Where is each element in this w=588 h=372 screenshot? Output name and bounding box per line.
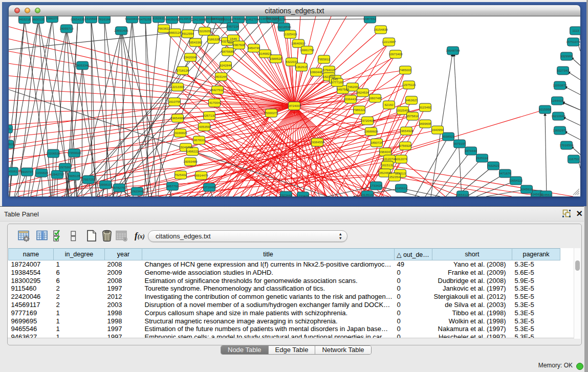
- svg-text:15720407: 15720407: [360, 119, 375, 122]
- svg-text:3624534: 3624534: [357, 91, 369, 94]
- svg-text:2967608: 2967608: [233, 43, 246, 47]
- svg-text:18640910: 18640910: [291, 41, 306, 45]
- svg-text:7986322: 7986322: [353, 108, 366, 112]
- svg-text:8322037: 8322037: [286, 60, 298, 63]
- svg-text:12093872: 12093872: [553, 83, 567, 87]
- svg-text:93103413: 93103413: [125, 17, 139, 20]
- svg-text:8186328: 8186328: [207, 37, 220, 41]
- svg-text:9245612: 9245612: [395, 186, 408, 190]
- svg-text:13716485: 13716485: [202, 185, 216, 189]
- svg-text:12942737: 12942737: [50, 172, 64, 176]
- svg-text:7857224: 7857224: [227, 25, 239, 28]
- svg-text:9245612: 9245612: [520, 187, 533, 191]
- svg-text:19384554: 19384554: [310, 140, 324, 144]
- svg-text:14136141: 14136141: [360, 193, 375, 196]
- svg-text:7485003: 7485003: [399, 68, 412, 72]
- svg-text:12975115: 12975115: [402, 83, 416, 86]
- svg-text:7955812: 7955812: [318, 57, 331, 61]
- svg-text:8938921: 8938921: [442, 135, 455, 138]
- svg-text:9756928: 9756928: [399, 144, 412, 147]
- svg-text:8427512: 8427512: [211, 88, 224, 92]
- svg-text:16210643: 16210643: [551, 114, 565, 118]
- svg-text:2905135: 2905135: [68, 174, 81, 178]
- svg-text:7632621: 7632621: [487, 164, 500, 167]
- svg-text:16033809: 16033809: [210, 17, 225, 20]
- svg-text:7625402: 7625402: [175, 173, 187, 177]
- svg-text:12923448: 12923448: [130, 189, 144, 193]
- svg-text:6794028: 6794028: [323, 68, 336, 72]
- svg-text:6679197: 6679197: [453, 142, 466, 145]
- svg-text:803144: 803144: [216, 75, 227, 78]
- svg-text:9857791: 9857791: [166, 184, 179, 188]
- svg-text:8813094: 8813094: [267, 16, 279, 20]
- svg-text:10654112: 10654112: [509, 179, 523, 182]
- svg-text:1615594: 1615594: [85, 17, 98, 20]
- svg-text:7663822: 7663822: [158, 27, 170, 30]
- svg-text:0433218: 0433218: [18, 17, 31, 21]
- svg-text:13524651: 13524651: [378, 171, 392, 174]
- svg-text:9699695: 9699695: [419, 122, 432, 125]
- svg-text:20206536: 20206536: [46, 151, 60, 155]
- svg-text:746206: 746206: [347, 85, 358, 89]
- svg-text:2984047: 2984047: [379, 150, 392, 154]
- svg-text:14353594: 14353594: [197, 125, 211, 128]
- svg-text:17359928: 17359928: [67, 151, 81, 155]
- svg-text:10688609: 10688609: [364, 129, 378, 133]
- svg-text:12213303: 12213303: [170, 85, 185, 89]
- svg-text:23226058: 23226058: [198, 29, 212, 33]
- svg-text:3875685: 3875685: [222, 50, 234, 53]
- svg-text:199732: 199732: [9, 127, 12, 130]
- svg-text:10120746: 10120746: [382, 157, 397, 161]
- svg-text:116753: 116753: [569, 157, 579, 161]
- svg-text:1640954: 1640954: [431, 128, 444, 132]
- svg-text:6475255: 6475255: [139, 17, 152, 21]
- svg-text:62160: 62160: [384, 103, 394, 106]
- svg-text:10654122: 10654122: [455, 193, 470, 196]
- svg-text:12213967: 12213967: [382, 40, 396, 43]
- svg-text:4192832: 4192832: [153, 16, 165, 20]
- svg-text:18724007: 18724007: [287, 104, 301, 107]
- svg-text:97848018: 97848018: [231, 17, 246, 20]
- svg-text:9146821: 9146821: [259, 52, 272, 55]
- svg-text:16782759: 16782759: [112, 186, 126, 189]
- svg-text:14055713: 14055713: [59, 27, 74, 30]
- svg-text:64835030: 64835030: [165, 17, 179, 21]
- svg-text:16648784: 16648784: [446, 49, 460, 52]
- svg-text:19654983: 19654983: [170, 116, 185, 120]
- svg-text:9463627: 9463627: [405, 98, 418, 102]
- svg-text:8386379: 8386379: [46, 16, 59, 20]
- svg-text:16154838: 16154838: [374, 28, 388, 31]
- svg-text:12975867: 12975867: [58, 165, 72, 169]
- svg-text:16914479: 16914479: [194, 173, 208, 177]
- svg-text:23420046: 23420046: [183, 55, 198, 59]
- svg-text:2661603: 2661603: [9, 142, 14, 146]
- svg-text:20691406: 20691406: [114, 29, 128, 32]
- svg-text:9575814: 9575814: [406, 114, 419, 118]
- svg-text:19166825: 19166825: [173, 131, 187, 135]
- svg-text:9242848: 9242848: [220, 63, 232, 67]
- svg-text:161513: 161513: [395, 171, 406, 175]
- svg-text:17016504: 17016504: [559, 143, 574, 147]
- svg-text:10025458: 10025458: [396, 108, 410, 112]
- svg-text:13692971: 13692971: [553, 128, 567, 132]
- svg-text:8912954: 8912954: [182, 32, 194, 35]
- svg-text:1733426: 1733426: [370, 184, 383, 187]
- svg-text:7816184: 7816184: [98, 17, 111, 21]
- svg-text:15046786: 15046786: [179, 145, 193, 149]
- svg-text:3660124: 3660124: [169, 31, 182, 34]
- svg-text:867833: 867833: [194, 138, 205, 142]
- svg-text:1498222: 1498222: [186, 149, 199, 153]
- svg-text:252354: 252354: [389, 175, 400, 179]
- svg-text:2923448: 2923448: [280, 193, 293, 196]
- svg-text:1615132: 1615132: [381, 163, 394, 167]
- svg-text:19654923: 19654923: [399, 129, 413, 133]
- svg-text:3267130: 3267130: [203, 114, 216, 117]
- svg-text:945061: 945061: [9, 169, 18, 173]
- svg-text:8471676: 8471676: [499, 171, 512, 175]
- svg-text:10807487: 10807487: [368, 96, 382, 100]
- svg-text:11325419: 11325419: [283, 32, 297, 36]
- svg-text:16093489: 16093489: [183, 160, 198, 163]
- svg-text:19218596: 19218596: [277, 25, 291, 29]
- svg-text:8454749: 8454749: [248, 46, 260, 50]
- svg-text:16543362: 16543362: [188, 40, 203, 44]
